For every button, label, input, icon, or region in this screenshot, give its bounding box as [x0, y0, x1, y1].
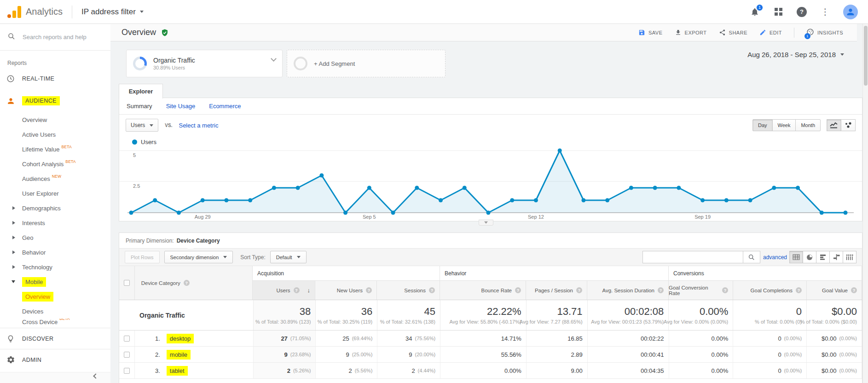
sidebar-item-active-users[interactable]: Active Users: [0, 127, 110, 142]
granularity-month-button[interactable]: Month: [795, 119, 821, 131]
users-chart[interactable]: Users 5 2.5 Aug 29Sep 5Sep 12Sep 19: [119, 136, 862, 221]
granularity-day-button[interactable]: Day: [752, 119, 773, 131]
sidebar-item-devices[interactable]: Devices: [0, 304, 110, 319]
primary-dimension-value[interactable]: Device Category: [177, 238, 220, 244]
help-icon[interactable]: ?: [184, 280, 190, 286]
help-icon[interactable]: ?: [294, 287, 300, 293]
search-input[interactable]: [23, 34, 105, 41]
sidebar-item-interests[interactable]: Interests: [0, 215, 110, 230]
table-search-button[interactable]: [743, 251, 760, 263]
sidebar-item-cross-device[interactable]: Cross Device BETA: [0, 319, 110, 328]
avatar[interactable]: [843, 5, 858, 19]
device-category-value[interactable]: desktop: [167, 334, 194, 343]
device-category-value[interactable]: mobile: [167, 350, 191, 360]
sidebar-search[interactable]: [0, 24, 110, 51]
help-icon[interactable]: ?: [796, 287, 802, 293]
collapse-chart-handle[interactable]: [479, 220, 493, 226]
save-button[interactable]: SAVE: [638, 29, 663, 36]
performance-view-button[interactable]: [816, 251, 830, 263]
column-header-bounce-rate[interactable]: Bounce Rate ?: [440, 281, 526, 300]
account-selector[interactable]: IP address filter: [81, 7, 144, 17]
sidebar-item-mobile[interactable]: Mobile: [0, 274, 110, 289]
sidebar-item-mobile-overview[interactable]: Overview: [0, 289, 110, 304]
line-chart-toggle[interactable]: [827, 119, 841, 131]
subtab-ecommerce[interactable]: Ecommerce: [209, 103, 241, 110]
edit-button[interactable]: EDIT: [759, 29, 782, 36]
scatter-chart-toggle[interactable]: [841, 119, 856, 131]
column-group-conversions: Conversions Goal Conversion Rate ? Goal …: [669, 266, 862, 300]
percentage-view-button[interactable]: [803, 251, 816, 263]
help-icon[interactable]: ?: [851, 287, 857, 293]
sidebar-item-geo[interactable]: Geo: [0, 230, 110, 245]
export-button[interactable]: EXPORT: [675, 29, 707, 36]
column-header-users[interactable]: Users ? ↓: [253, 281, 315, 300]
sort-descending-icon[interactable]: ↓: [307, 287, 311, 294]
sort-type-select[interactable]: Default: [270, 251, 307, 263]
date-range-picker[interactable]: Aug 26, 2018 - Sep 25, 2018: [747, 51, 844, 58]
primary-metric-select[interactable]: Users: [126, 119, 158, 132]
sidebar-item-lifetime-value[interactable]: Lifetime Value BETA: [0, 142, 110, 157]
column-header-sessions[interactable]: Sessions ?: [377, 281, 440, 300]
vs-label: VS.: [165, 123, 172, 128]
scrollbar-thumb[interactable]: [864, 26, 868, 86]
help-icon[interactable]: ?: [366, 287, 372, 293]
sidebar-item-user-explorer[interactable]: User Explorer: [0, 186, 110, 201]
data-table-icon: [793, 254, 800, 260]
pivot-icon: [846, 254, 853, 260]
select-all-checkbox[interactable]: [124, 280, 130, 286]
help-icon[interactable]: ?: [796, 6, 807, 17]
sidebar-item-admin[interactable]: ADMIN: [0, 349, 110, 370]
sidebar-item-behavior[interactable]: Behavior: [0, 245, 110, 260]
table-search-input[interactable]: [642, 251, 743, 263]
granularity-week-button[interactable]: Week: [772, 119, 796, 131]
share-button[interactable]: SHARE: [719, 29, 747, 36]
tab-explorer[interactable]: Explorer: [119, 84, 163, 99]
sidebar-item-technology[interactable]: Technology: [0, 260, 110, 274]
column-header-pages-session[interactable]: Pages / Session ?: [526, 281, 587, 300]
chevron-down-icon[interactable]: [271, 56, 277, 62]
topbar: Analytics IP address filter 1 ? ⋮: [0, 0, 868, 24]
plot-rows-button[interactable]: Plot Rows: [125, 251, 160, 263]
insights-button[interactable]: 1 INSIGHTS: [806, 28, 843, 37]
sidebar-item-audience[interactable]: AUDIENCE: [0, 89, 110, 112]
column-header-avg-session-duration[interactable]: Avg. Session Duration ?: [587, 281, 669, 300]
google-apps-grid-icon[interactable]: [773, 6, 784, 17]
comparison-view-button[interactable]: [829, 251, 843, 263]
collapse-sidebar-icon[interactable]: [93, 373, 98, 378]
sidebar-item-cohort-analysis[interactable]: Cohort Analysis BETA: [0, 157, 110, 171]
more-menu-icon[interactable]: ⋮: [820, 6, 831, 17]
help-icon[interactable]: ?: [576, 287, 582, 293]
page-scrollbar[interactable]: [862, 24, 868, 383]
advanced-search-link[interactable]: advanced: [763, 254, 787, 261]
x-axis-tick: Sep 19: [694, 214, 711, 220]
sidebar-item-real-time[interactable]: REAL-TIME: [0, 68, 110, 89]
row-checkbox[interactable]: [124, 352, 130, 358]
row-checkbox[interactable]: [124, 336, 130, 342]
sidebar-item-demographics[interactable]: Demographics: [0, 201, 110, 215]
column-header-goal-conversion-rate[interactable]: Goal Conversion Rate ?: [669, 281, 733, 300]
notifications-bell-icon[interactable]: 1: [749, 6, 760, 17]
subtab-site-usage[interactable]: Site Usage: [166, 103, 196, 110]
sidebar-item-discover[interactable]: DISCOVER: [0, 328, 110, 349]
subtab-summary[interactable]: Summary: [127, 103, 152, 110]
help-icon[interactable]: ?: [658, 287, 664, 293]
help-icon[interactable]: ?: [515, 287, 521, 293]
sidebar-item-overview[interactable]: Overview: [0, 112, 110, 127]
analytics-logo-icon[interactable]: [7, 6, 21, 18]
pivot-view-button[interactable]: [843, 251, 856, 263]
add-segment-button[interactable]: + Add Segment: [287, 50, 446, 77]
segment-card[interactable]: Organic Traffic 30.89% Users: [126, 50, 283, 77]
secondary-dimension-button[interactable]: Secondary dimension: [164, 251, 233, 263]
column-header-device-category[interactable]: Device Category ?: [135, 266, 253, 300]
column-header-goal-completions[interactable]: Goal Completions ?: [733, 281, 807, 300]
device-category-value[interactable]: tablet: [167, 366, 188, 376]
column-header-new-users[interactable]: New Users ?: [315, 281, 377, 300]
sidebar-item-audiences[interactable]: Audiences NEW: [0, 171, 110, 186]
table-view-button[interactable]: [789, 251, 803, 263]
segment-detail: 30.89% Users: [153, 65, 195, 70]
help-icon[interactable]: ?: [429, 287, 435, 293]
column-header-goal-value[interactable]: Goal Value ?: [807, 281, 862, 300]
help-icon[interactable]: ?: [722, 287, 728, 293]
select-metric-link[interactable]: Select a metric: [179, 122, 218, 129]
row-checkbox[interactable]: [124, 368, 130, 374]
